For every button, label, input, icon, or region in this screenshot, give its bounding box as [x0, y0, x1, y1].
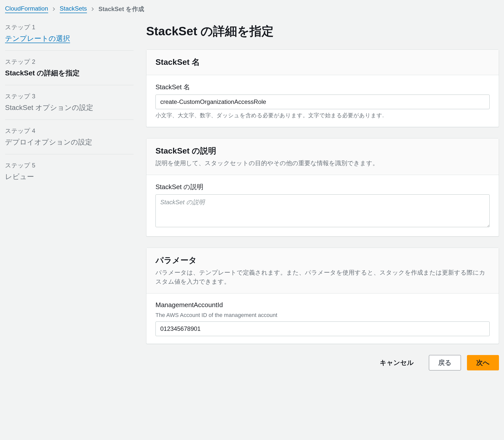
panel-title: パラメータ — [155, 255, 490, 266]
page-title: StackSet の詳細を指定 — [146, 23, 499, 39]
chevron-right-icon — [52, 6, 56, 12]
step-number: ステップ 2 — [5, 58, 134, 66]
panel-header: パラメータ パラメータは、テンプレートで定義されます。また、パラメータを使用する… — [146, 248, 499, 294]
step-title: StackSet オプションの設定 — [5, 103, 134, 112]
panel-header: StackSet 名 — [146, 50, 499, 75]
parameter-item: ManagementAccountId The AWS Account ID o… — [155, 301, 490, 336]
parameter-value-input[interactable] — [155, 321, 490, 336]
step-title: レビュー — [5, 172, 134, 182]
step-number: ステップ 4 — [5, 127, 134, 135]
panel-title: StackSet の説明 — [155, 145, 490, 157]
wizard-step-4: ステップ 4 デプロイオプションの設定 — [5, 120, 134, 154]
breadcrumb-current: StackSet を作成 — [99, 5, 144, 13]
next-button[interactable]: 次へ — [467, 355, 499, 370]
wizard-footer: キャンセル 戻る 次へ — [146, 355, 499, 370]
panel-subtitle: 説明を使用して、スタックセットの目的やその他の重要な情報を識別できます。 — [155, 159, 490, 168]
parameter-description: The AWS Account ID of the management acc… — [155, 312, 490, 318]
stackset-description-panel: StackSet の説明 説明を使用して、スタックセットの目的やその他の重要な情… — [146, 138, 499, 237]
panel-header: StackSet の説明 説明を使用して、スタックセットの目的やその他の重要な情… — [146, 138, 499, 175]
step-title-active: StackSet の詳細を指定 — [5, 68, 134, 78]
step-title-link[interactable]: テンプレートの選択 — [5, 35, 70, 43]
stackset-name-input[interactable] — [155, 95, 490, 109]
step-title: デプロイオプションの設定 — [5, 137, 134, 147]
stackset-name-panel: StackSet 名 StackSet 名 小文字、大文字、数字、ダッシュを含め… — [146, 49, 499, 127]
wizard-step-1[interactable]: ステップ 1 テンプレートの選択 — [5, 23, 134, 51]
description-textarea[interactable] — [155, 194, 490, 227]
wizard-steps-sidebar: ステップ 1 テンプレートの選択 ステップ 2 StackSet の詳細を指定 … — [5, 23, 134, 370]
parameter-name: ManagementAccountId — [155, 301, 490, 309]
back-button[interactable]: 戻る — [429, 355, 461, 370]
parameters-panel: パラメータ パラメータは、テンプレートで定義されます。また、パラメータを使用する… — [146, 248, 499, 344]
main-content: StackSet の詳細を指定 StackSet 名 StackSet 名 小文… — [146, 23, 499, 370]
step-number: ステップ 5 — [5, 161, 134, 169]
stackset-name-hint: 小文字、大文字、数字、ダッシュを含める必要があります。文字で始まる必要があります… — [155, 112, 490, 119]
wizard-step-3: ステップ 3 StackSet オプションの設定 — [5, 85, 134, 120]
breadcrumb-mid-link[interactable]: StackSets — [60, 5, 87, 13]
step-number: ステップ 3 — [5, 92, 134, 100]
description-label: StackSet の説明 — [155, 183, 490, 191]
wizard-step-2: ステップ 2 StackSet の詳細を指定 — [5, 51, 134, 85]
chevron-right-icon — [91, 6, 94, 12]
panel-body: StackSet の説明 — [146, 175, 499, 236]
step-number: ステップ 1 — [5, 23, 134, 31]
panel-title: StackSet 名 — [155, 57, 490, 68]
panel-subtitle: パラメータは、テンプレートで定義されます。また、パラメータを使用すると、スタック… — [155, 268, 490, 286]
wizard-step-5: ステップ 5 レビュー — [5, 154, 134, 189]
breadcrumb-root-link[interactable]: CloudFormation — [5, 5, 48, 13]
stackset-name-label: StackSet 名 — [155, 83, 490, 92]
panel-body: StackSet 名 小文字、大文字、数字、ダッシュを含める必要があります。文字… — [146, 75, 499, 127]
breadcrumb: CloudFormation StackSets StackSet を作成 — [5, 5, 499, 13]
cancel-button[interactable]: キャンセル — [371, 355, 423, 370]
panel-body: ManagementAccountId The AWS Account ID o… — [146, 294, 499, 344]
